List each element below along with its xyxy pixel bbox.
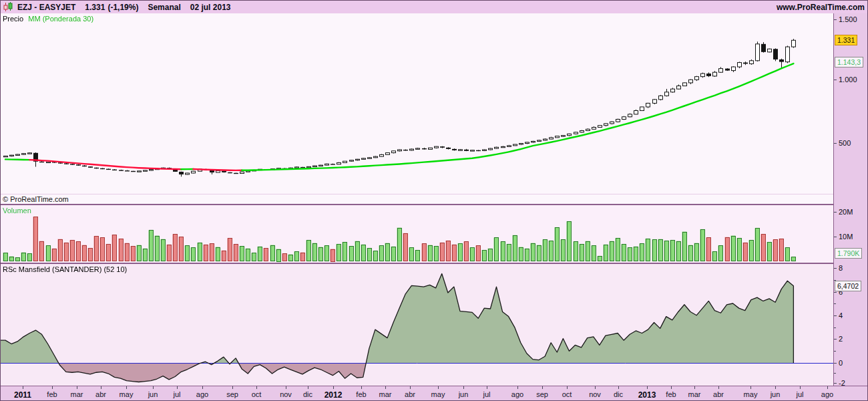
candlestick-icon: [3, 2, 13, 12]
y-axis-tick: [834, 373, 836, 374]
x-axis-month-label: feb: [666, 390, 676, 398]
x-axis-tick: [202, 386, 203, 389]
y-axis-tick: [834, 292, 837, 293]
x-axis-tick: [750, 386, 751, 389]
volume-value-badge: 1.790K: [835, 248, 862, 259]
x-axis-month-label: jul: [173, 390, 180, 398]
x-axis-tick: [361, 386, 362, 389]
x-axis-month-label: ago: [821, 390, 833, 398]
x-axis-month-label: oct: [252, 390, 262, 398]
x-axis-tick: [333, 386, 334, 389]
time-axis[interactable]: 2011febmarabrmayjunjulagosepoctnovdic201…: [1, 386, 868, 401]
x-axis-year-label: 2013: [638, 390, 656, 400]
copyright-label: © ProRealTime.com: [3, 195, 69, 203]
x-axis-month-label: may: [431, 390, 445, 398]
y-axis-label: 4: [839, 311, 843, 319]
date-label: 02 jul 2013: [190, 3, 231, 12]
y-axis-label: 0: [839, 359, 843, 367]
volume-panel-label: Volumen: [3, 207, 31, 215]
y-axis-tick: [834, 363, 837, 364]
rsc-indicator-plot[interactable]: [1, 264, 833, 386]
y-axis-label: 20M: [839, 208, 853, 216]
volume-chart-plot[interactable]: [1, 205, 833, 263]
x-axis-month-label: mar: [71, 390, 83, 398]
x-axis-tick: [618, 386, 619, 389]
y-axis-label: 1.500: [839, 15, 857, 23]
x-axis-tick: [256, 386, 257, 389]
x-axis-tick: [77, 386, 77, 389]
x-axis-month-label: jun: [771, 390, 781, 398]
y-axis-tick: [834, 303, 836, 304]
y-axis-tick: [834, 143, 837, 144]
x-axis-tick: [800, 386, 801, 389]
x-axis-tick: [410, 386, 411, 389]
x-axis-month-label: feb: [47, 390, 57, 398]
panel-separator[interactable]: [1, 204, 833, 205]
x-axis-month-label: oct: [562, 390, 572, 398]
y-axis-label: 2: [839, 335, 843, 343]
x-axis-tick: [52, 386, 53, 389]
x-axis-month-label: mar: [688, 390, 701, 398]
x-axis-tick: [126, 386, 127, 389]
x-axis-year-label: 2012: [324, 390, 343, 400]
y-axis-tick: [834, 19, 837, 20]
x-axis-month-label: may: [744, 390, 758, 398]
x-axis-tick: [487, 386, 487, 389]
y-axis-tick: [834, 237, 837, 237]
price-chart-plot[interactable]: [1, 13, 833, 194]
y-axis-tick: [834, 80, 837, 80]
y-axis-label: 10M: [839, 233, 853, 241]
last-price-badge: 1.331: [835, 35, 857, 45]
y-axis-tick: [834, 268, 837, 269]
x-axis-tick: [286, 386, 286, 389]
y-axis-tick: [834, 339, 837, 340]
x-axis-tick: [718, 386, 719, 389]
y-axis-label: 8: [839, 264, 843, 272]
x-axis-month-label: abr: [713, 390, 724, 398]
x-axis-month-label: sep: [226, 390, 238, 398]
x-axis-month-label: dic: [614, 390, 623, 398]
x-axis-tick: [463, 386, 464, 389]
y-axis-tick: [834, 351, 836, 352]
rsc-value-badge: 6,4702: [835, 281, 861, 291]
price-axis-column[interactable]: 1.331 1.143,3 1.790K 6,4702 1.5001.00050…: [833, 13, 868, 386]
x-axis-tick: [153, 386, 154, 389]
ma-legend-label: MM (Ponderada 30): [28, 15, 93, 23]
panel-separator[interactable]: [1, 263, 833, 264]
x-axis-tick: [308, 386, 308, 389]
x-axis-month-label: jun: [459, 390, 469, 398]
x-axis-month-label: jun: [148, 390, 158, 398]
ma-value-badge: 1.143,3: [835, 57, 863, 68]
x-axis-month-label: may: [120, 390, 134, 398]
y-axis-label: 500: [839, 139, 851, 147]
x-axis-tick: [23, 386, 23, 389]
x-axis-tick: [177, 386, 178, 389]
x-axis-tick: [517, 386, 518, 389]
website-label: www.ProRealTime.com: [777, 3, 865, 12]
x-axis-tick: [438, 386, 439, 389]
y-axis-tick: [834, 212, 837, 213]
y-axis-tick: [834, 383, 837, 384]
x-axis-tick: [101, 386, 101, 389]
x-axis-tick: [694, 386, 695, 389]
proealtime-chart-window: EZJ - EASYJET 1.331 (-1,19%) Semanal 02 …: [0, 0, 868, 401]
x-axis-month-label: jul: [796, 390, 803, 398]
x-axis-month-label: dic: [303, 390, 312, 398]
x-axis-month-label: feb: [356, 390, 366, 398]
x-axis-month-label: nov: [589, 390, 601, 398]
price-panel-label: Precio: [3, 15, 23, 23]
title-bar: EZJ - EASYJET 1.331 (-1,19%) Semanal 02 …: [1, 1, 868, 14]
x-axis-month-label: jul: [483, 390, 490, 398]
x-axis-tick: [595, 386, 596, 389]
x-axis-month-label: ago: [196, 390, 208, 398]
x-axis-tick: [385, 386, 386, 389]
x-axis-tick: [232, 386, 233, 389]
x-axis-tick: [775, 386, 776, 389]
x-axis-year-label: 2011: [14, 390, 31, 400]
x-axis-tick: [647, 386, 648, 389]
rsc-panel-label: RSc Mansfield (SANTANDER) (52 10): [3, 265, 127, 273]
x-axis-month-label: mar: [379, 390, 392, 398]
x-axis-month-label: ago: [511, 390, 523, 398]
x-axis-month-label: abr: [405, 390, 415, 398]
y-axis-tick: [834, 327, 836, 328]
